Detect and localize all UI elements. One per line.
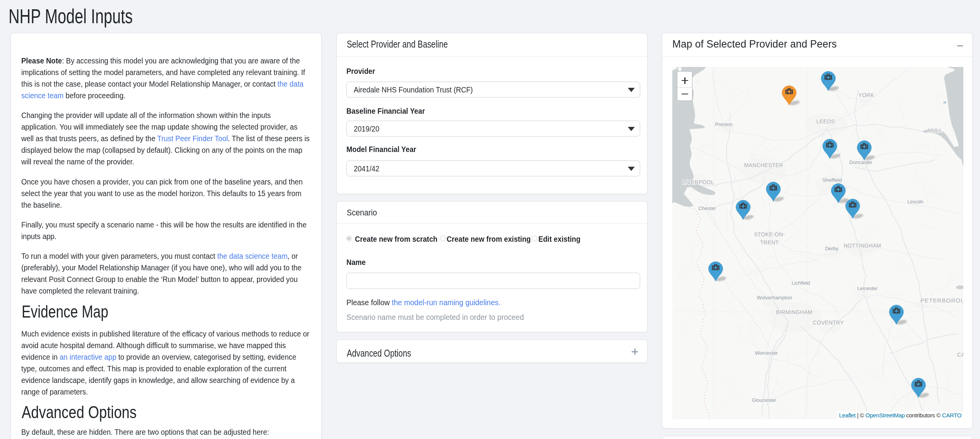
- svg-text:Doncaster: Doncaster: [849, 159, 872, 165]
- svg-text:Wolverhampton: Wolverhampton: [757, 295, 792, 301]
- svg-text:CAMB: CAMB: [957, 352, 963, 358]
- svg-text:NOTTINGHAM: NOTTINGHAM: [843, 243, 881, 249]
- svg-text:Chester: Chester: [698, 205, 716, 211]
- svg-text:HULL: HULL: [928, 127, 942, 133]
- svg-text:Lichfield: Lichfield: [792, 280, 810, 286]
- svg-text:Lincoln: Lincoln: [907, 199, 923, 205]
- svg-text:Leicester: Leicester: [857, 285, 878, 291]
- svg-text:PETERBOROUGH: PETERBOROUGH: [920, 297, 963, 304]
- svg-text:STOKE-ON-: STOKE-ON-: [754, 231, 785, 237]
- svg-text:LEEDS: LEEDS: [816, 118, 834, 125]
- svg-text:MANCHESTER: MANCHESTER: [744, 162, 783, 168]
- svg-text:YORK: YORK: [858, 92, 874, 98]
- svg-text:COVENTRY: COVENTRY: [813, 319, 844, 326]
- svg-text:Worcester: Worcester: [755, 350, 778, 356]
- svg-text:Derby: Derby: [825, 246, 839, 251]
- svg-text:LIVERPOOL: LIVERPOOL: [682, 179, 714, 185]
- svg-text:BIRMINGHAM: BIRMINGHAM: [776, 309, 812, 315]
- svg-text:Gloucester: Gloucester: [752, 397, 777, 403]
- svg-text:TRENT: TRENT: [760, 239, 779, 246]
- svg-text:Sheffield: Sheffield: [822, 177, 842, 183]
- svg-text:Preston: Preston: [715, 121, 733, 127]
